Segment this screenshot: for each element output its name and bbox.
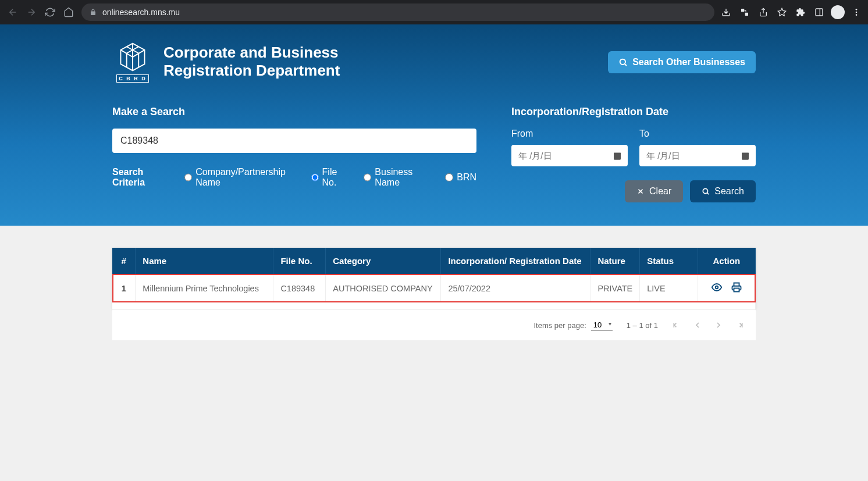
browser-chrome: onlinesearch.mns.mu — [0, 0, 868, 24]
cell-status: LIVE — [640, 274, 698, 302]
to-label: To — [639, 129, 756, 139]
title-line2: Registration Department — [163, 62, 340, 80]
table-row-empty — [112, 302, 756, 309]
search-icon — [702, 187, 710, 195]
back-button[interactable] — [5, 4, 21, 20]
chevron-right-icon — [714, 320, 723, 330]
cell-incdate: 25/07/2022 — [441, 274, 590, 302]
menu-icon[interactable] — [849, 5, 863, 19]
header-category: Category — [326, 248, 441, 274]
criteria-brn[interactable]: BRN — [445, 172, 476, 183]
view-button[interactable] — [712, 282, 722, 293]
svg-point-4 — [856, 9, 858, 10]
search-other-businesses-button[interactable]: Search Other Businesses — [608, 51, 756, 73]
results-table: # Name File No. Category Incorporation/ … — [112, 248, 756, 309]
header-action: Action — [698, 248, 755, 274]
table-row: 1 Millennium Prime Technologies C189348 … — [112, 274, 756, 302]
search-button[interactable]: Search — [690, 180, 756, 202]
svg-point-5 — [856, 12, 858, 13]
cell-nature: PRIVATE — [590, 274, 640, 302]
header-num: # — [112, 248, 136, 274]
title-line1: Corporate and Business — [163, 44, 340, 62]
url-bar[interactable]: onlinesearch.mns.mu — [81, 3, 714, 21]
criteria-company-radio[interactable] — [184, 173, 192, 181]
search-input[interactable] — [112, 129, 476, 153]
table-header-row: # Name File No. Category Incorporation/ … — [112, 248, 756, 274]
cell-num: 1 — [112, 274, 136, 302]
chevron-left-icon — [693, 320, 702, 330]
svg-point-6 — [856, 14, 858, 16]
nav-buttons — [5, 4, 77, 20]
panel-icon[interactable] — [812, 5, 826, 19]
svg-rect-0 — [741, 9, 744, 12]
svg-rect-14 — [734, 288, 739, 292]
last-page-button[interactable] — [735, 320, 744, 330]
search-other-label: Search Other Businesses — [632, 57, 745, 67]
items-per-page-select[interactable]: 10 — [591, 319, 613, 331]
lock-icon — [90, 9, 97, 16]
svg-line-12 — [707, 193, 709, 195]
logo-label: C B R D — [116, 74, 149, 83]
header-nature: Nature — [590, 248, 640, 274]
criteria-company-name[interactable]: Company/Partnership Name — [184, 167, 296, 188]
eye-icon — [712, 282, 722, 293]
profile-avatar[interactable] — [831, 5, 845, 19]
next-page-button[interactable] — [714, 320, 723, 330]
print-icon — [731, 282, 742, 293]
svg-line-8 — [625, 64, 627, 66]
cbrd-logo-icon — [116, 41, 149, 73]
download-icon[interactable] — [719, 5, 733, 19]
date-section-label: Incorporation/Registration Date — [511, 106, 756, 118]
browser-right-icons — [719, 5, 863, 19]
page-header: C B R D Corporate and Business Registrat… — [0, 24, 868, 226]
svg-rect-2 — [816, 9, 823, 16]
from-date-input[interactable] — [511, 145, 628, 166]
results-section: # Name File No. Category Incorporation/ … — [105, 248, 763, 340]
search-icon — [618, 58, 628, 67]
last-page-icon — [735, 320, 744, 330]
cell-fileno: C189348 — [273, 274, 326, 302]
header-incdate: Incorporation/ Registration Date — [441, 248, 590, 274]
share-icon[interactable] — [756, 5, 770, 19]
header-fileno: File No. — [273, 248, 326, 274]
criteria-fileno-radio[interactable] — [311, 173, 319, 181]
header-name: Name — [136, 248, 273, 274]
criteria-label: Search Criteria — [112, 167, 169, 188]
paginator: Items per page: 10 1 – 1 of 1 — [112, 309, 756, 340]
paginator-range: 1 – 1 of 1 — [627, 321, 658, 330]
first-page-icon — [672, 320, 681, 330]
logo-block: C B R D Corporate and Business Registrat… — [112, 41, 340, 83]
home-button[interactable] — [61, 4, 77, 20]
svg-point-13 — [716, 286, 718, 289]
cell-name: Millennium Prime Technologies — [136, 274, 273, 302]
svg-point-11 — [703, 188, 708, 193]
bookmark-icon[interactable] — [775, 5, 789, 19]
criteria-business-radio[interactable] — [364, 173, 371, 181]
cell-action — [698, 274, 755, 302]
forward-button[interactable] — [23, 4, 40, 20]
first-page-button[interactable] — [672, 320, 681, 330]
criteria-brn-radio[interactable] — [445, 173, 453, 181]
extensions-icon[interactable] — [794, 5, 807, 19]
svg-rect-1 — [745, 13, 748, 16]
make-search-label: Make a Search — [112, 106, 476, 118]
url-text: onlinesearch.mns.mu — [102, 8, 180, 17]
from-label: From — [511, 129, 628, 139]
to-date-input[interactable] — [639, 145, 756, 166]
clear-button[interactable]: Clear — [625, 180, 683, 202]
items-per-page-label: Items per page: — [533, 321, 586, 330]
print-button[interactable] — [731, 282, 742, 293]
header-status: Status — [640, 248, 698, 274]
close-icon — [636, 187, 645, 195]
translate-icon[interactable] — [738, 5, 752, 19]
prev-page-button[interactable] — [693, 320, 702, 330]
criteria-business-name[interactable]: Business Name — [364, 167, 430, 188]
cell-category: AUTHORISED COMPANY — [326, 274, 441, 302]
reload-button[interactable] — [42, 4, 58, 20]
svg-point-7 — [620, 59, 625, 65]
criteria-file-no[interactable]: File No. — [311, 167, 349, 188]
